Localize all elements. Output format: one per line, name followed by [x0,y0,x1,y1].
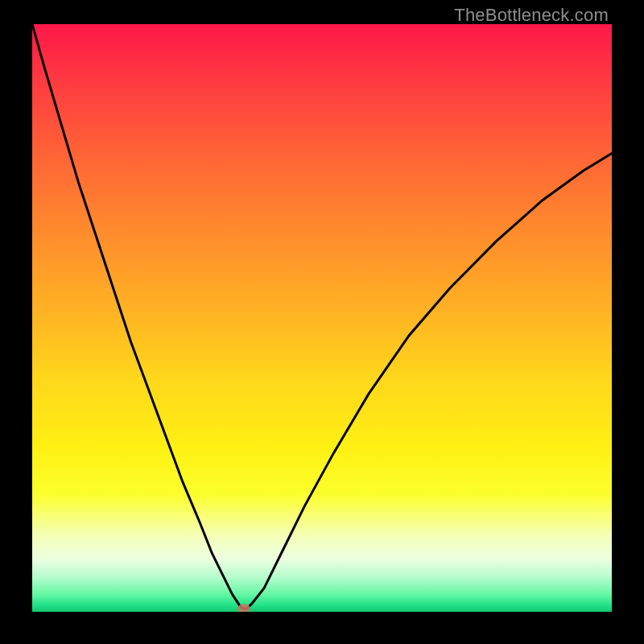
attribution-text: TheBottleneck.com [454,5,609,26]
curve-layer [32,24,612,612]
min-marker [237,604,250,612]
bottleneck-curve-path [32,24,612,609]
plot-area [32,24,612,612]
chart-frame: TheBottleneck.com [0,0,644,644]
